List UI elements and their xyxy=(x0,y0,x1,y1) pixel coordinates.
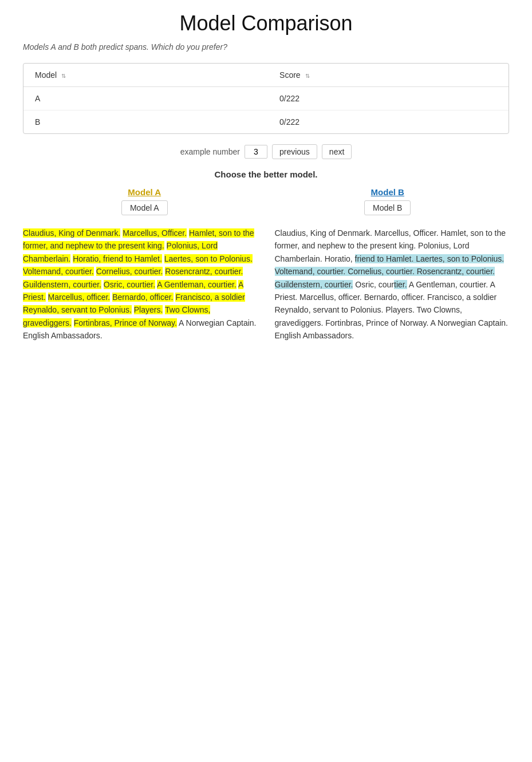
score-b-cell: 0/222 xyxy=(268,110,509,134)
model-b-title: Model B xyxy=(371,187,404,197)
scores-table: Model ⇅ Score ⇅ A 0/222 B 0/222 xyxy=(23,64,509,133)
score-sort-icon[interactable]: ⇅ xyxy=(305,73,310,79)
model-a-cell: A xyxy=(23,87,268,110)
choose-label: Choose the better model. xyxy=(23,169,509,179)
page-title: Model Comparison xyxy=(23,11,509,35)
text-b-content: Claudius, King of Denmark. Marcellus, Of… xyxy=(275,228,509,340)
model-b-button[interactable]: Model B xyxy=(364,200,411,215)
model-a-text-panel: Claudius, King of Denmark. Marcellus, Of… xyxy=(23,227,258,342)
table-row: A 0/222 xyxy=(23,87,509,110)
model-a-title: Model A xyxy=(128,187,161,197)
model-selection-row: Model A Model A Model B Model B xyxy=(23,187,509,222)
model-a-button[interactable]: Model A xyxy=(121,200,168,215)
previous-button[interactable]: previous xyxy=(272,144,317,159)
text-a-claudius: Claudius, King of Denmark. Marcellus, Of… xyxy=(23,228,257,340)
score-a-cell: 0/222 xyxy=(268,87,509,110)
model-b-col: Model B Model B xyxy=(266,187,510,222)
model-a-col: Model A Model A xyxy=(23,187,266,222)
table-row: B 0/222 xyxy=(23,110,509,134)
next-button[interactable]: next xyxy=(322,144,352,159)
model-col-header[interactable]: Model ⇅ xyxy=(23,64,268,87)
text-panels: Claudius, King of Denmark. Marcellus, Of… xyxy=(23,227,509,342)
example-number-input[interactable] xyxy=(245,145,267,159)
score-col-header[interactable]: Score ⇅ xyxy=(268,64,509,87)
scores-table-container: Model ⇅ Score ⇅ A 0/222 B 0/222 xyxy=(23,63,509,134)
subtitle: Models A and B both predict spans. Which… xyxy=(23,42,509,52)
model-sort-icon[interactable]: ⇅ xyxy=(61,73,66,79)
model-b-cell: B xyxy=(23,110,268,134)
example-number-label: example number xyxy=(180,147,240,156)
model-b-text-panel: Claudius, King of Denmark. Marcellus, Of… xyxy=(275,227,510,342)
navigation-controls: example number previous next xyxy=(23,144,509,159)
